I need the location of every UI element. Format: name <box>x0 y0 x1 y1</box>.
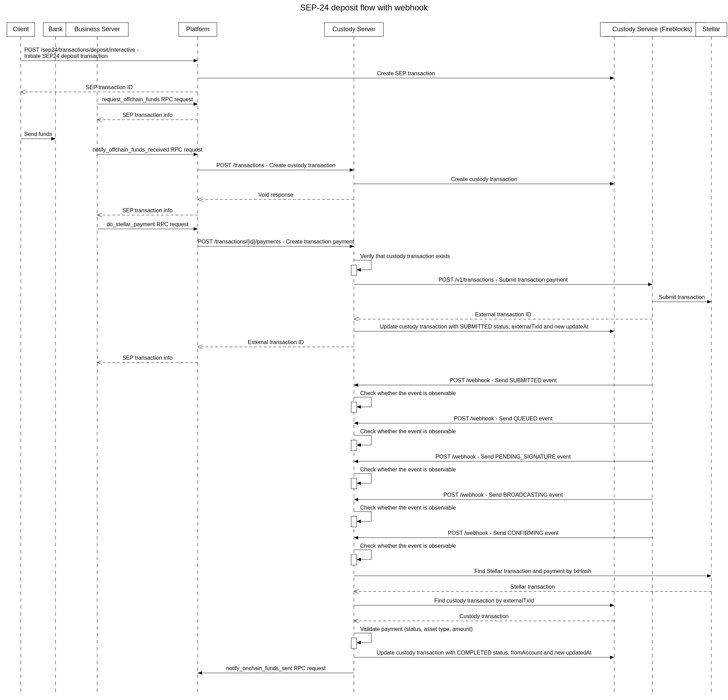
message-label: External transaction ID <box>248 339 304 345</box>
message-label: SEP transaction info <box>123 112 173 118</box>
message-label: Find custody transaction by externalTxId <box>434 598 534 603</box>
message-label: Check whether the event is observable <box>360 543 456 549</box>
message-label: Find Stellar transaction and payment by … <box>474 568 591 574</box>
message-label: do_stellar_payment RPC request <box>107 221 188 228</box>
message-label: POST /webhook - Send SUBMITTED event <box>450 377 557 383</box>
diagram-title: SEP-24 deposit flow with webhook <box>300 3 428 12</box>
sequence-diagram: SEP-24 deposit flow with webhook ClientB… <box>0 0 728 700</box>
message-label: External transaction ID <box>475 312 531 318</box>
message-label: Custody transaction <box>459 613 508 619</box>
message-label: POST /transactions/{id}/payments - Creat… <box>198 239 354 245</box>
message-label: Void response <box>258 192 293 198</box>
actor-label-plat: Platform <box>186 26 209 33</box>
actor-label-fb: Custody Service (Fireblocks) <box>612 26 692 33</box>
message-label: Verify that custody transaction exists <box>360 253 450 259</box>
activation-bar <box>351 517 357 527</box>
activation-bar <box>351 402 357 413</box>
message-label: Create custody transaction <box>451 176 517 182</box>
message-label: POST /sep24/transactions/deposit/interac… <box>24 47 139 53</box>
message-label: POST /webhook - Send CONFIRMING event <box>448 530 559 536</box>
message-label: SEP transaction info <box>123 208 173 213</box>
lifelines-group <box>21 36 711 694</box>
message-label: POST /transactions - Create custody tran… <box>217 162 335 168</box>
message-label: Check whether the event is observable <box>360 429 456 434</box>
activation-bar <box>351 265 357 276</box>
message-label: Update custody transaction with SUBMITTE… <box>380 324 588 329</box>
actor-label-client: Client <box>13 26 29 33</box>
message-label: Check whether the event is observable <box>360 505 456 511</box>
message-label: Check whether the event is observable <box>360 390 456 396</box>
message-label: SEP transaction ID <box>86 84 133 90</box>
message-label: Update custody transaction with COMPLETE… <box>377 650 592 655</box>
message-label: SEP transaction info <box>123 355 173 361</box>
actors-group: ClientBankBusiness ServerPlatformCustody… <box>7 23 727 36</box>
actor-label-cust: Custody Server <box>332 26 376 33</box>
message-label: Stellar transaction <box>510 584 555 590</box>
actor-label-biz: Business Server <box>74 26 120 33</box>
activation-bar <box>351 638 357 648</box>
messages-group: POST /sep24/transactions/deposit/interac… <box>21 47 711 673</box>
message-label: POST /webhook - Send PENDING_SIGNATURE e… <box>435 454 571 460</box>
message-label: notify_offchain_funds_received RPC reque… <box>92 147 203 153</box>
message-label: POST /webhook - Send BROADCASTING event <box>443 492 563 498</box>
actor-label-bank: Bank <box>48 26 63 33</box>
activation-bar <box>351 555 357 565</box>
message-label: notify_onchain_funds_sent RPC request <box>226 665 326 671</box>
activation-bar <box>351 478 357 489</box>
message-label: POST /webhook - Send QUEUED event <box>454 416 553 421</box>
message-label: Submit transaction <box>659 294 705 300</box>
message-label: Validate payment (status, asset type, am… <box>360 626 472 632</box>
message-label: Create SEP transaction <box>377 71 435 76</box>
actor-label-stel: Stellar <box>702 26 720 33</box>
activation-bar <box>351 440 357 450</box>
message-label: Check whether the event is observable <box>360 466 456 472</box>
message-label: POST /v1/transactions - Submit transacti… <box>439 277 568 283</box>
message-label: Send funds <box>24 131 52 137</box>
message-label: request_offchain_funds RPC request <box>102 97 193 102</box>
message-label: Initiate SEP24 deposit transaction <box>24 53 108 59</box>
